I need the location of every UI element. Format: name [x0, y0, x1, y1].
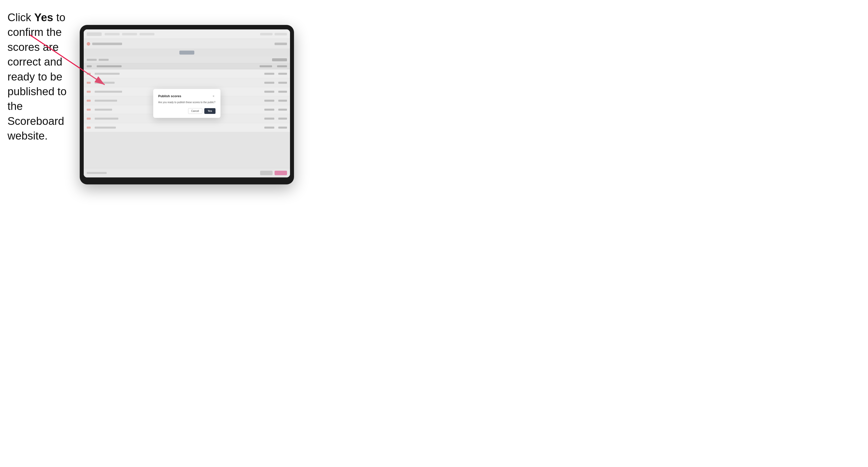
- cancel-button[interactable]: Cancel: [188, 108, 202, 114]
- publish-scores-dialog: Publish scores × Are you ready to publis…: [153, 89, 220, 118]
- tablet-device: Publish scores × Are you ready to publis…: [80, 25, 294, 184]
- dialog-overlay: Publish scores × Are you ready to publis…: [84, 29, 290, 178]
- tablet-screen: Publish scores × Are you ready to publis…: [84, 29, 290, 178]
- instruction-text: Click Yes to confirm the scores are corr…: [7, 10, 77, 143]
- dialog-title-row: Publish scores ×: [158, 94, 216, 98]
- dialog-footer: Cancel Yes: [158, 108, 216, 114]
- dialog-close-button[interactable]: ×: [212, 94, 216, 98]
- yes-button[interactable]: Yes: [204, 108, 216, 114]
- dialog-title: Publish scores: [158, 94, 181, 98]
- dialog-body: Are you ready to publish these scores to…: [158, 100, 216, 104]
